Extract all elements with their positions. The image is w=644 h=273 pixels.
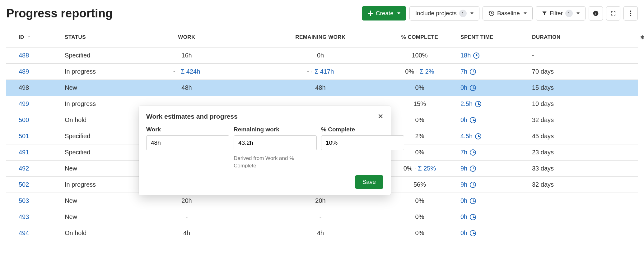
id-link[interactable]: 499 [19, 100, 29, 107]
work-cell[interactable]: 4h [121, 225, 252, 241]
id-link[interactable]: 491 [19, 149, 29, 156]
complete-cell[interactable]: 0% [389, 193, 457, 209]
col-spent[interactable]: SPENT TIME [457, 31, 520, 43]
spent-time-link[interactable]: 2.5h [460, 100, 481, 107]
baseline-button[interactable]: Baseline [483, 6, 533, 20]
complete-cell[interactable]: 0%·Σ 2% [389, 64, 457, 80]
complete-input[interactable] [321, 135, 404, 150]
id-link[interactable]: 488 [19, 52, 29, 59]
spent-time-link[interactable]: 0h [460, 116, 476, 124]
id-link[interactable]: 494 [19, 230, 29, 236]
table-row[interactable]: 488Specified16h0h100%18h- [6, 48, 638, 64]
complete-cell[interactable]: 100% [389, 48, 457, 63]
work-cell[interactable]: - [121, 209, 252, 225]
work-cell[interactable]: 48h [121, 80, 252, 96]
complete-sum-link[interactable]: Σ 2% [420, 68, 434, 75]
col-status[interactable]: STATUS [62, 31, 121, 43]
complete-cell[interactable]: 0% [389, 209, 457, 225]
table-settings-button[interactable]: ✱ [635, 31, 644, 43]
work-cell[interactable]: -·Σ 424h [121, 64, 252, 80]
col-id[interactable]: ID ↑ [6, 31, 62, 43]
col-complete[interactable]: % COMPLETE [389, 31, 457, 43]
spent-time-link[interactable]: 9h [460, 165, 476, 172]
gear-icon: ✱ [640, 34, 644, 40]
filter-label: Filter [550, 10, 563, 17]
table-row[interactable]: 493New--0%0h [6, 209, 638, 225]
info-button[interactable] [589, 6, 603, 20]
spent-time-link[interactable]: 9h [460, 181, 476, 188]
filter-icon [542, 11, 547, 16]
complete-cell[interactable]: 0% [389, 112, 457, 128]
table-row[interactable]: 503New20h20h0%0h [6, 193, 638, 209]
spent-time-link[interactable]: 0h [460, 213, 476, 221]
status-cell: New [62, 209, 121, 225]
create-label: Create [376, 10, 394, 17]
spent-cell: 0h [457, 193, 520, 209]
filter-button[interactable]: Filter 1 [536, 6, 586, 20]
spent-time-link[interactable]: 0h [460, 84, 476, 91]
fullscreen-icon [610, 11, 616, 16]
spent-time-link[interactable]: 0h [460, 230, 476, 237]
remaining-sum-link[interactable]: Σ 417h [315, 68, 334, 75]
svg-rect-2 [595, 13, 596, 15]
remaining-cell[interactable]: - [252, 209, 389, 225]
id-link[interactable]: 501 [19, 133, 29, 139]
id-link[interactable]: 502 [19, 181, 29, 188]
remaining-cell[interactable]: 0h [252, 48, 389, 63]
work-cell[interactable]: 16h [121, 48, 252, 63]
status-cell: On hold [62, 225, 121, 241]
popover-close-button[interactable]: ✕ [378, 112, 383, 121]
complete-cell[interactable]: 0% [389, 225, 457, 241]
complete-sum-link[interactable]: Σ 25% [418, 165, 436, 172]
spent-time-link[interactable]: 18h [460, 52, 479, 59]
spent-time-link[interactable]: 7h [460, 149, 476, 156]
id-link[interactable]: 492 [19, 165, 29, 172]
work-input[interactable] [146, 135, 229, 150]
create-button[interactable]: Create [362, 6, 406, 20]
id-link[interactable]: 500 [19, 116, 29, 123]
id-link[interactable]: 493 [19, 213, 29, 220]
complete-cell[interactable]: 0% [389, 80, 457, 96]
fullscreen-button[interactable] [606, 6, 620, 20]
baseline-label: Baseline [497, 10, 520, 17]
id-link[interactable]: 498 [19, 84, 29, 91]
status-cell: New [62, 80, 121, 96]
spent-time-link[interactable]: 0h [460, 197, 476, 204]
more-button[interactable] [623, 6, 638, 20]
remaining-cell[interactable]: 20h [252, 193, 389, 209]
duration-cell: 33 days [520, 161, 635, 176]
spent-cell: 2.5h [457, 96, 520, 112]
include-projects-label: Include projects [415, 10, 457, 17]
remaining-cell[interactable]: -·Σ 417h [252, 64, 389, 80]
work-sum-link[interactable]: Σ 424h [181, 68, 200, 75]
include-projects-button[interactable]: Include projects 1 [409, 6, 479, 20]
table-row[interactable]: 489In progress-·Σ 424h-·Σ 417h0%·Σ 2%7h7… [6, 64, 638, 80]
spent-cell: 18h [457, 48, 520, 63]
complete-cell[interactable]: 15% [389, 96, 457, 112]
col-duration[interactable]: DURATION [520, 31, 635, 43]
complete-cell[interactable]: 56% [389, 177, 457, 193]
table-row[interactable]: 494On hold4h4h0%0h [6, 225, 638, 241]
remaining-cell[interactable]: 48h [252, 80, 389, 96]
spent-cell: 9h [457, 177, 520, 193]
remaining-hint: Derived from Work and % Complete. [234, 155, 317, 170]
clock-icon [470, 85, 476, 91]
work-cell[interactable]: 20h [121, 193, 252, 209]
spent-cell: 7h [457, 144, 520, 160]
remaining-cell[interactable]: 4h [252, 225, 389, 241]
spent-time-link[interactable]: 7h [460, 68, 476, 75]
duration-cell: - [520, 48, 635, 63]
col-work[interactable]: WORK [121, 31, 252, 43]
spent-time-link[interactable]: 4.5h [460, 133, 481, 140]
spent-cell: 0h [457, 225, 520, 241]
spent-cell: 0h [457, 80, 520, 96]
table-row[interactable]: 498New48h48h0%0h15 days [6, 80, 638, 96]
col-remaining[interactable]: REMAINING WORK [252, 31, 389, 43]
save-button[interactable]: Save [355, 175, 383, 189]
remaining-input[interactable] [234, 135, 317, 150]
duration-cell: 23 days [520, 144, 635, 160]
id-link[interactable]: 489 [19, 68, 29, 75]
info-icon [593, 10, 599, 16]
status-cell: New [62, 193, 121, 209]
id-link[interactable]: 503 [19, 197, 29, 204]
